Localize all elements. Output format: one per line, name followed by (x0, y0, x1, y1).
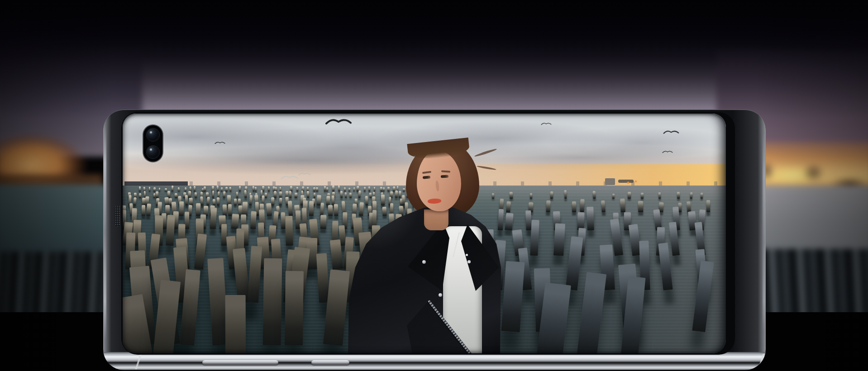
lips (428, 198, 442, 204)
hero-image (0, 0, 868, 371)
phone-left-edge-highlight (104, 125, 106, 340)
camera-lens (146, 128, 160, 142)
bird (662, 150, 673, 153)
eyebrow (441, 170, 450, 172)
eye (441, 175, 448, 178)
bird (281, 174, 299, 180)
snap-button (422, 260, 426, 264)
bird (325, 116, 352, 126)
eye (423, 176, 430, 179)
nose-shadow (435, 181, 439, 192)
bird (298, 171, 311, 176)
phone-screen (123, 114, 726, 353)
blurred-pier-structure (0, 174, 102, 186)
lens-glint (150, 148, 152, 151)
volume-button (202, 360, 278, 365)
screen-bezel (121, 112, 735, 355)
eyebrow (422, 171, 431, 174)
necklace-pendant (467, 260, 471, 263)
hair-wisp (477, 165, 496, 171)
snap-button (439, 293, 442, 297)
bixby-button (311, 360, 349, 365)
bird (541, 122, 552, 125)
phone-device (103, 109, 766, 370)
antenna-line (135, 354, 142, 369)
phone-bottom-frame (103, 352, 766, 370)
hair-wisp (474, 148, 497, 157)
neck (424, 209, 448, 230)
earpiece-grille (115, 205, 120, 226)
necklace-pendant (466, 254, 468, 256)
bird (215, 141, 225, 144)
camera-lens (146, 145, 160, 159)
front-camera-cutout (143, 125, 162, 162)
lens-glint (150, 131, 152, 133)
bird (663, 129, 679, 135)
screen-photo (123, 114, 726, 353)
woman (340, 132, 501, 353)
phone-right-edge-highlight (763, 132, 765, 331)
